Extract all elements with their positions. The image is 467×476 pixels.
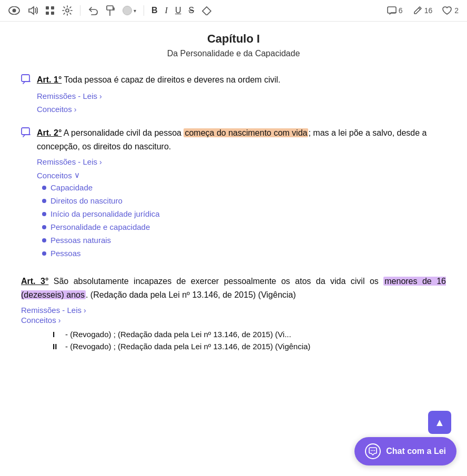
likes-badge[interactable]: 2 bbox=[442, 6, 459, 15]
list-item[interactable]: Pessoas naturais bbox=[42, 236, 446, 245]
article-2-comment-icon[interactable] bbox=[21, 127, 32, 140]
gear-icon[interactable] bbox=[62, 5, 73, 16]
chapter-title: Capítulo I bbox=[21, 32, 446, 46]
article-1-row: Art. 1° Toda pessoa é capaz de direitos … bbox=[21, 73, 446, 87]
svg-rect-3 bbox=[51, 6, 54, 9]
article-2-remissoes[interactable]: Remissões - Leis › bbox=[37, 157, 446, 166]
svg-point-1 bbox=[13, 9, 16, 13]
article-2-highlight: começa do nascimento com vida bbox=[184, 128, 308, 137]
eye-icon[interactable] bbox=[8, 6, 20, 15]
article-2-conceitos-toggle[interactable]: Conceitos ∨ bbox=[37, 170, 446, 180]
comments-badge[interactable]: 6 bbox=[387, 6, 403, 15]
remissoes-3-label: Remissões - Leis bbox=[21, 306, 82, 315]
conceito-item-label: Início da personalidade jurídica bbox=[50, 209, 160, 218]
article-3-remissoes[interactable]: Remissões - Leis › bbox=[21, 306, 446, 315]
bullet-dot bbox=[42, 186, 46, 190]
bullet-dot bbox=[42, 238, 46, 242]
article-2-num: Art. 2° bbox=[37, 128, 62, 137]
remissoes-3-arrow: › bbox=[84, 306, 86, 315]
edits-count: 16 bbox=[424, 6, 433, 15]
article-2-text: Art. 2° A personalidade civil da pessoa … bbox=[37, 126, 446, 153]
article-3-body-before: São absolutamente incapazes de exercer p… bbox=[54, 277, 384, 286]
svg-rect-9 bbox=[22, 75, 29, 82]
sub-item-II: II - (Revogado) ; (Redação dada pela Lei… bbox=[53, 342, 446, 351]
underline-button[interactable]: U bbox=[175, 6, 181, 15]
likes-count: 2 bbox=[454, 6, 459, 15]
remissoes-1-arrow: › bbox=[99, 92, 102, 100]
list-item[interactable]: Direitos do nascituro bbox=[42, 196, 446, 205]
conceitos-1-label: Conceitos bbox=[37, 105, 72, 114]
article-3-sub-items: I - (Revogado) ; (Redação dada pela Lei … bbox=[53, 330, 446, 351]
svg-rect-2 bbox=[46, 6, 49, 9]
svg-rect-10 bbox=[22, 128, 29, 135]
strikethrough-button[interactable]: S bbox=[188, 6, 194, 15]
remissoes-1-label: Remissões - Leis bbox=[37, 92, 97, 100]
sub-item-II-text: - (Revogado) ; (Redação dada pela Lei nº… bbox=[65, 342, 310, 351]
article-1-text: Art. 1° Toda pessoa é capaz de direitos … bbox=[37, 73, 280, 87]
format-painter-icon[interactable] bbox=[106, 5, 115, 16]
svg-rect-5 bbox=[51, 12, 54, 15]
article-2-body-before: A personalidade civil da pessoa bbox=[64, 128, 184, 137]
article-2-block: Art. 2° A personalidade civil da pessoa … bbox=[21, 126, 446, 262]
article-1-remissoes[interactable]: Remissões - Leis › bbox=[37, 92, 446, 100]
scroll-top-icon: ▲ bbox=[434, 417, 445, 429]
bullet-dot bbox=[42, 225, 46, 229]
list-item[interactable]: Capacidade bbox=[42, 183, 446, 192]
grid-icon[interactable] bbox=[45, 6, 55, 15]
italic-button[interactable]: I bbox=[165, 6, 168, 15]
conceitos-1-arrow: › bbox=[74, 105, 77, 114]
article-1-comment-icon[interactable] bbox=[21, 74, 32, 87]
article-3-num: Art. 3° bbox=[21, 277, 48, 286]
svg-rect-4 bbox=[46, 12, 49, 15]
list-item[interactable]: Personalidade e capacidade bbox=[42, 222, 446, 231]
article-2-conceitos-section: Conceitos ∨ Capacidade Direitos do nasci… bbox=[37, 169, 446, 262]
conceitos-2-label: Conceitos bbox=[37, 171, 72, 180]
chat-button[interactable]: Chat com a Lei bbox=[354, 437, 456, 465]
undo-icon[interactable] bbox=[88, 6, 98, 15]
edits-badge[interactable]: 16 bbox=[412, 6, 433, 15]
article-1-block: Art. 1° Toda pessoa é capaz de direitos … bbox=[21, 73, 446, 114]
conceitos-2-list: Capacidade Direitos do nascituro Início … bbox=[42, 183, 446, 258]
list-item[interactable]: Início da personalidade jurídica bbox=[42, 209, 446, 218]
article-2-row: Art. 2° A personalidade civil da pessoa … bbox=[21, 126, 446, 153]
sub-item-I-num: I bbox=[53, 330, 61, 339]
article-3-body-after: . (Redação dada pela Lei nº 13.146, de 2… bbox=[86, 290, 296, 299]
remissoes-2-arrow: › bbox=[99, 158, 102, 166]
bullet-dot bbox=[42, 251, 46, 256]
chat-button-label: Chat com a Lei bbox=[386, 447, 446, 456]
article-1-num: Art. 1° bbox=[37, 75, 62, 84]
toolbar-divider-1 bbox=[80, 5, 80, 16]
volume-icon[interactable] bbox=[27, 6, 38, 15]
badge-group: 6 16 2 bbox=[387, 6, 459, 15]
sub-item-II-num: II bbox=[53, 342, 61, 351]
conceitos-3-arrow: › bbox=[58, 316, 61, 325]
conceito-item-label: Pessoas naturais bbox=[50, 236, 111, 245]
toolbar-divider-2 bbox=[144, 5, 144, 16]
chapter-subtitle: Da Personalidade e da Capacidade bbox=[21, 49, 446, 58]
list-item[interactable]: Pessoas bbox=[42, 249, 446, 258]
conceito-item-label: Personalidade e capacidade bbox=[50, 222, 150, 231]
svg-point-11 bbox=[371, 450, 372, 451]
scroll-top-button[interactable]: ▲ bbox=[428, 411, 451, 434]
remissoes-2-label: Remissões - Leis bbox=[37, 157, 97, 166]
conceito-item-label: Pessoas bbox=[50, 249, 81, 258]
svg-point-13 bbox=[374, 450, 375, 451]
color-circle bbox=[123, 6, 132, 15]
conceito-item-label: Capacidade bbox=[50, 183, 93, 192]
conceitos-3-label: Conceitos bbox=[21, 316, 56, 325]
article-1-body: Toda pessoa é capaz de direitos e devere… bbox=[64, 75, 280, 84]
conceitos-2-arrow: ∨ bbox=[74, 170, 80, 180]
sub-item-I-text: - (Revogado) ; (Redação dada pela Lei nº… bbox=[65, 330, 291, 339]
conceito-item-label: Direitos do nascituro bbox=[50, 196, 123, 205]
article-3-conceitos[interactable]: Conceitos › bbox=[21, 316, 446, 325]
eraser-icon[interactable] bbox=[201, 6, 212, 15]
bullet-dot bbox=[42, 199, 46, 203]
svg-point-12 bbox=[372, 450, 373, 451]
color-picker[interactable]: ▾ bbox=[123, 6, 136, 15]
bold-button[interactable]: B bbox=[151, 6, 158, 15]
chat-icon bbox=[365, 443, 381, 459]
svg-point-6 bbox=[66, 9, 69, 12]
color-picker-arrow: ▾ bbox=[134, 8, 136, 14]
article-1-conceitos[interactable]: Conceitos › bbox=[37, 105, 446, 114]
svg-rect-7 bbox=[107, 6, 113, 10]
